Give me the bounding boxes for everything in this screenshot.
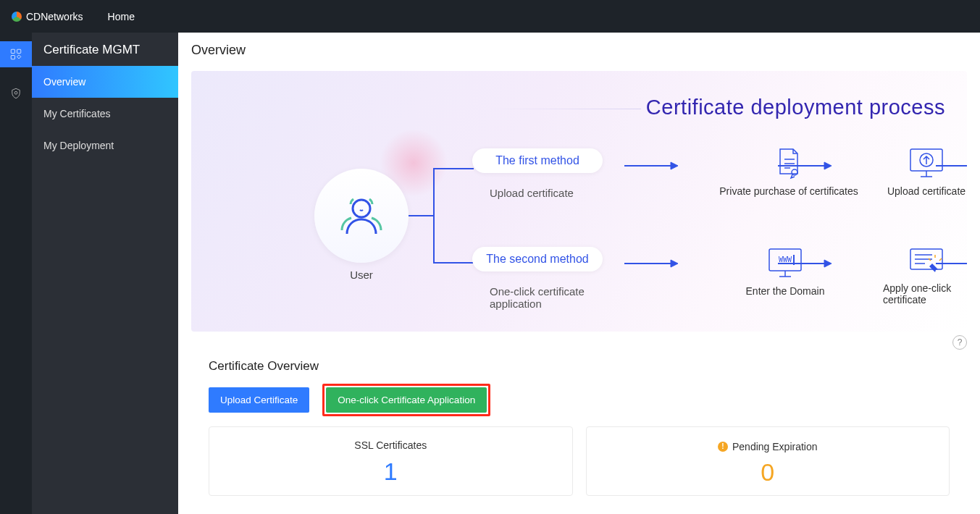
step-upload-certificate: Upload certificate — [850, 145, 967, 197]
step-apply-one-click: Apply one-click certificate — [854, 245, 967, 306]
svg-point-3 — [14, 91, 17, 94]
svg-text:WWW: WWW — [779, 256, 792, 264]
sidebar-item-my-certificates[interactable]: My Certificates — [32, 98, 178, 130]
svg-marker-12 — [671, 260, 678, 267]
upload-monitor-icon — [906, 145, 947, 180]
users-icon — [336, 194, 387, 237]
sidebar-title: Certificate MGMT — [32, 33, 178, 66]
method2-label: The second method — [486, 253, 588, 265]
apps-icon — [9, 48, 22, 61]
brand: CDNetworks — [12, 11, 83, 22]
nav-home[interactable]: Home — [108, 11, 135, 22]
overview-title: Certificate Overview — [209, 359, 950, 374]
user-node: User — [314, 169, 409, 281]
help-button[interactable]: ? — [952, 335, 967, 350]
method1-label: The first method — [495, 154, 579, 167]
step-label: Apply one-click certificate — [883, 282, 967, 306]
rail-apps[interactable] — [0, 41, 32, 67]
step-label: Upload certificate — [850, 185, 967, 197]
process-title: Certificate deployment process — [646, 96, 945, 119]
ssl-stat-label: SSL Certificates — [354, 439, 427, 451]
brand-name: CDNetworks — [26, 11, 83, 22]
svg-rect-0 — [11, 49, 14, 53]
svg-point-17 — [792, 169, 797, 175]
click-certificate-icon — [906, 245, 947, 277]
icon-rail — [0, 33, 32, 514]
sidebar-item-my-deployment[interactable]: My Deployment — [32, 130, 178, 161]
method2-sub: One-click certificate application — [478, 285, 601, 310]
ssl-stat-value: 1 — [209, 458, 572, 486]
svg-rect-2 — [11, 56, 14, 59]
process-banner: Certificate deployment process — [191, 71, 967, 332]
sidebar: Certificate MGMT Overview My Certificate… — [32, 33, 178, 514]
one-click-application-button[interactable]: One-click Certificate Application — [326, 387, 487, 413]
page-title: Overview — [178, 33, 980, 71]
shield-icon — [9, 87, 22, 100]
rail-shield[interactable] — [0, 80, 32, 106]
method1-sub: Upload certificate — [478, 187, 574, 199]
sidebar-item-overview[interactable]: Overview — [32, 66, 178, 98]
pending-stat-label: Pending Expiration — [732, 441, 818, 452]
overview-card: Certificate Overview Upload Certificate … — [191, 345, 967, 512]
upload-certificate-button[interactable]: Upload Certificate — [209, 387, 309, 413]
top-bar: CDNetworks Home — [0, 0, 980, 33]
svg-point-4 — [353, 200, 370, 217]
highlight-box: One-click Certificate Application — [322, 384, 490, 416]
branch-line — [409, 158, 466, 274]
domain-monitor-icon: WWW — [765, 245, 805, 279]
pending-stat-card: ! Pending Expiration 0 — [586, 426, 950, 496]
method2-box: The second method — [472, 247, 603, 271]
method1-box: The first method — [472, 148, 603, 173]
brand-logo-icon — [12, 12, 22, 22]
ssl-stat-card: SSL Certificates 1 — [209, 426, 573, 496]
document-icon — [771, 145, 806, 180]
main-content: Overview Certificate deployment process — [178, 33, 980, 514]
warning-icon: ! — [718, 442, 728, 452]
user-label: User — [314, 269, 409, 281]
pending-stat-value: 0 — [587, 458, 950, 486]
svg-rect-1 — [17, 49, 21, 53]
